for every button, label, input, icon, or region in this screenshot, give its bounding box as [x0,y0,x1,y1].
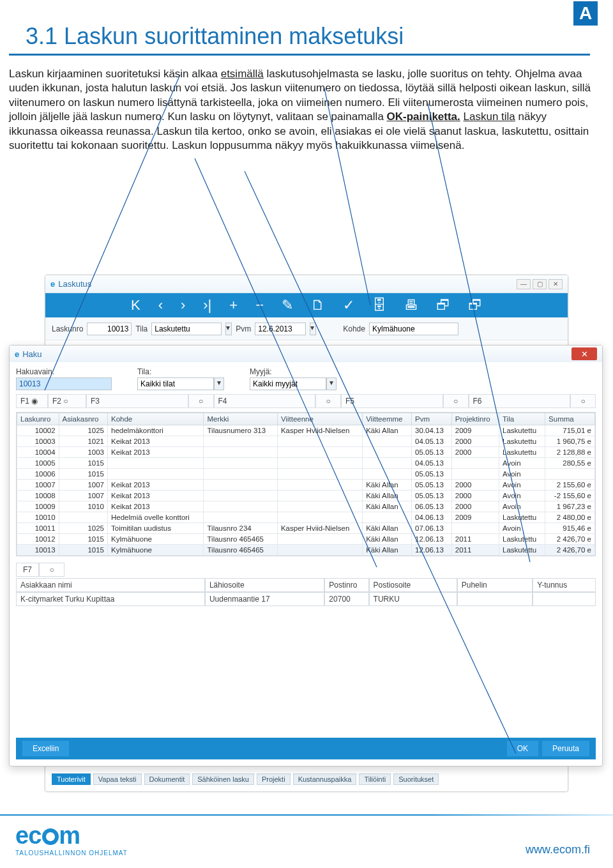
f4-header[interactable]: F4 [214,394,316,408]
tab-sahkoinen-lasku[interactable]: Sähköinen lasku [192,773,254,785]
grid-header[interactable]: Viitteemme [363,413,412,425]
laskutus-icon: e [50,279,55,289]
tila-filter-input[interactable] [137,377,214,390]
hakuavain-input[interactable] [16,377,112,390]
close-button[interactable]: ✕ [549,279,563,289]
laskutus-toolbar: K ‹ › ›| + − ✎ 🗋 ✓ 🗄 🖶 🗗 🗗 [45,293,568,317]
tab-suoritukset[interactable]: Suoritukset [393,773,439,785]
toolbar-print-icon[interactable]: 🖶 [404,297,418,314]
tila-filter-dropdown-icon[interactable]: ▾ [214,377,224,390]
toolbar-prev-icon[interactable]: ‹ [158,297,163,314]
kohde-input[interactable] [369,323,458,335]
f7-label[interactable]: F7 [16,563,39,577]
f7-value-cell: K-citymarket Turku Kupittaa [16,592,205,606]
body-paragraph: Laskun kirjaaminen suoritetuksi käsin al… [0,67,613,153]
laskunro-input[interactable] [87,323,132,335]
haku-window: e Haku ✕ Hakuavain: Tila: ▾ Myyjä: ▾ F1 … [9,345,603,766]
f7-radio[interactable]: ○ [39,563,64,577]
laskutus-title: Laskutus [58,279,91,289]
table-row[interactable]: 100021025hedelmäkonttoriTilausnumero 313… [17,425,595,436]
cancel-button[interactable]: Peruuta [542,741,589,756]
f1-header[interactable]: F1 ◉ [16,394,48,408]
ok-button[interactable]: OK [507,741,538,756]
myyja-filter-label: Myyjä: [250,367,337,376]
haku-icon: e [15,349,19,359]
grid-header[interactable]: Laskunro [17,413,59,425]
toolbar-archive-icon[interactable]: 🗄 [372,297,386,314]
haku-title: Haku [22,349,42,359]
table-row[interactable]: 100121015KylmähuoneTilausnro 465465Käki … [17,534,595,545]
maximize-button[interactable]: ▢ [533,279,547,289]
toolbar-remove-icon[interactable]: − [255,297,264,314]
table-row[interactable]: 10010Hedelmiä ovelle konttori04.06.13200… [17,512,595,523]
haku-filterrow: Hakuavain: Tila: ▾ Myyjä: ▾ [10,362,602,393]
grid-header[interactable]: Tila [499,413,545,425]
table-row[interactable]: 100031021Keikat 201304.05.132000Laskutet… [17,436,595,447]
pvm-dropdown-icon[interactable]: ▾ [310,323,316,335]
table-row[interactable]: 100111025Toimitilan uudistusTilausnro 23… [17,523,595,534]
f3-header[interactable]: F3 [86,394,188,408]
table-row[interactable]: 100091010Keikat 2013Käki Allan06.05.1320… [17,501,595,512]
tab-tiliointi[interactable]: Tiliöinti [359,773,391,785]
tab-projekti[interactable]: Projekti [257,773,291,785]
f7-headers: Asiakkaan nimiLähiosoitePostinroPostioso… [16,578,596,592]
tila-input[interactable] [151,323,222,335]
logo-text-1: ec [15,822,41,849]
grid-header[interactable]: Projektinro [451,413,499,425]
haku-f-row: F1 ◉ F2 ○ F3 ○ F4 ○ F5 ○ F6 ○ [10,393,602,412]
table-row[interactable]: 100081007Keikat 2013Käki Allan05.05.1320… [17,491,595,501]
f5-radio[interactable]: ○ [443,394,469,408]
tab-kustannuspaikka[interactable]: Kustannuspaikka [293,773,357,785]
table-row[interactable]: 100041003Keikat 201305.05.132000Laskutet… [17,447,595,458]
myyja-filter-input[interactable] [250,377,326,390]
f2-header[interactable]: F2 ○ [48,394,86,408]
laskunro-label: Laskunro [52,324,83,333]
toolbar-copy-icon[interactable]: 🗗 [436,297,450,314]
f7-header-cell: Postiosoite [369,578,457,592]
body-text-a: Laskun kirjaaminen suoritetuksi käsin al… [9,68,221,80]
grid-header[interactable]: Asiakasnro [59,413,107,425]
grid-header[interactable]: Kohde [108,413,204,425]
table-row[interactable]: 10006101505.05.13Avoin [17,469,595,480]
haku-close-button[interactable]: ✕ [571,347,597,360]
grid-header[interactable]: Pvm [412,413,452,425]
f7-value-cell [533,592,596,606]
table-row[interactable]: 10005101504.05.13Avoin280,55 e [17,458,595,469]
toolbar-edit-icon[interactable]: ✎ [282,297,293,314]
minimize-button[interactable]: — [517,279,531,289]
tab-tuoterivit[interactable]: Tuoterivit [52,773,91,785]
table-row[interactable]: 100131015KylmähuoneTilausnro 465465Käki … [17,545,595,556]
toolbar-check-icon[interactable]: ✓ [343,297,354,314]
tila-filter-label: Tila: [137,367,224,376]
excel-button[interactable]: Exceliin [22,741,69,756]
haku-titlebar: e Haku ✕ [10,346,602,362]
tila-dropdown-icon[interactable]: ▾ [225,323,232,335]
toolbar-add-icon[interactable]: + [229,297,238,314]
grid-header[interactable]: Summa [545,413,595,425]
f6-header[interactable]: F6 [469,394,571,408]
f6-radio[interactable]: ○ [570,394,596,408]
toolbar-first-icon[interactable]: K [131,297,140,314]
f7-value-cell: Uudenmaantie 17 [205,592,324,606]
toolbar-window-icon[interactable]: 🗗 [468,297,482,314]
f7-block: F7 ○ Asiakkaan nimiLähiosoitePostinroPos… [16,563,596,606]
haku-grid[interactable]: LaskunroAsiakasnroKohdeMerkkiViitteenneV… [16,412,596,556]
f7-header-cell: Postinro [324,578,368,592]
tab-vapaa-teksti[interactable]: Vapaa teksti [93,773,142,785]
f3-radio[interactable]: ○ [188,394,214,408]
grid-header[interactable]: Viitteenne [277,413,362,425]
toolbar-doc-icon[interactable]: 🗋 [311,297,325,314]
tila-label: Tila [135,324,148,333]
table-row[interactable]: 100071007Keikat 2013Käki Allan05.05.1320… [17,480,595,491]
myyja-filter-dropdown-icon[interactable]: ▾ [326,377,337,390]
footer-tagline: TALOUSHALLINNON OHJELMAT [15,849,128,857]
footer-url: www.ecom.fi [526,843,590,857]
toolbar-next-icon[interactable]: › [181,297,185,314]
f5-header[interactable]: F5 [341,394,443,408]
toolbar-last-icon[interactable]: ›| [203,297,211,314]
pvm-input[interactable] [255,323,306,335]
tab-dokumentit[interactable]: Dokumentit [144,773,190,785]
grid-header[interactable]: Merkki [204,413,277,425]
f4-radio[interactable]: ○ [315,394,341,408]
f7-header-cell: Asiakkaan nimi [16,578,205,592]
